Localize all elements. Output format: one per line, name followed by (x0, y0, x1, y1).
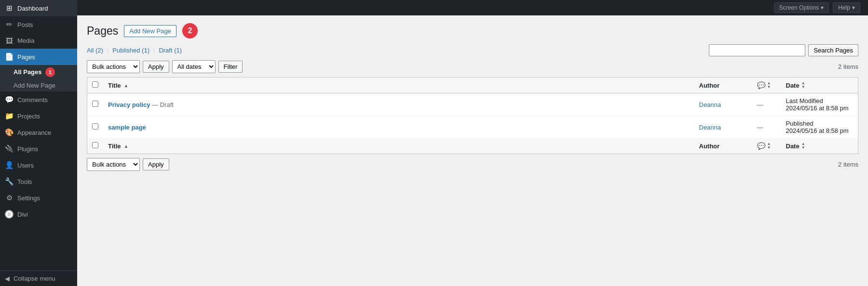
date-sort[interactable]: Date ▲▼ (786, 81, 854, 89)
table-footer-row: Title ▲ Author 💬 ▲▼ (87, 138, 858, 154)
divi-icon: D (5, 210, 14, 219)
filter-draft-label: Draft (159, 47, 172, 54)
sidebar-item-label: Comments (17, 96, 48, 104)
sidebar-item-tools[interactable]: 🔧 Tools (0, 173, 77, 190)
media-icon: 🖼 (5, 37, 14, 45)
sidebar-item-divi[interactable]: D Divi (0, 206, 77, 222)
sidebar-item-dashboard[interactable]: ⊞ Dashboard (0, 0, 77, 16)
apply-button-bottom[interactable]: Apply (143, 158, 169, 170)
top-actions-row: Bulk actions Apply All dates Filter 2 it… (87, 60, 858, 73)
filter-draft-link[interactable]: Draft (1) (159, 47, 182, 54)
sidebar-item-label: Pages (17, 53, 35, 61)
sidebar-item-comments[interactable]: 💬 Comments (0, 91, 77, 108)
screen-options-button[interactable]: Screen Options ▾ (774, 2, 829, 13)
row-date-cell: Published 2024/05/16 at 8:58 pm (781, 116, 858, 139)
sidebar-item-users[interactable]: 👤 Users (0, 157, 77, 173)
select-all-checkbox[interactable] (92, 81, 98, 88)
title-label: Title (108, 82, 121, 89)
row-checkbox-0[interactable] (92, 101, 98, 107)
search-pages-button[interactable]: Search Pages (808, 44, 858, 56)
sidebar-item-plugins[interactable]: 🔌 Plugins (0, 141, 77, 157)
filter-sep-1: | (107, 47, 108, 54)
row-title-cell: sample page (103, 116, 694, 139)
help-button[interactable]: Help ▾ (833, 2, 860, 13)
footer-title-sort[interactable]: Title ▲ (108, 143, 690, 150)
add-new-page-label: Add New Page (14, 82, 55, 89)
row-date-value-1: 2024/05/16 at 8:58 pm (786, 127, 849, 134)
sidebar-item-all-pages[interactable]: All Pages 1 (0, 65, 77, 79)
table-header-row: Title ▲ Author 💬 ▲▼ (87, 78, 858, 93)
bottom-actions-row: Bulk actions Apply 2 items (87, 158, 858, 171)
row-date-value-0: 2024/05/16 at 8:58 pm (786, 104, 849, 112)
sidebar-item-label: Media (17, 37, 34, 44)
pages-table: Title ▲ Author 💬 ▲▼ (87, 77, 858, 154)
footer-title-label: Title (108, 143, 121, 150)
divi-circle: D (5, 210, 14, 219)
row-title-link-0[interactable]: Privacy policy (108, 101, 150, 108)
collapse-icon: ◀ (5, 275, 10, 282)
filter-sep-2: | (153, 47, 155, 54)
date-filter-select[interactable]: All dates (172, 60, 216, 73)
sidebar-item-posts[interactable]: ✏ Posts (0, 16, 77, 33)
sidebar-item-label: Settings (17, 195, 40, 202)
page-header: Pages Add New Page 2 (87, 23, 858, 39)
screen-options-label: Screen Options (779, 4, 819, 11)
settings-icon: ⚙ (5, 194, 14, 202)
sidebar-item-pages[interactable]: 📄 Pages (0, 49, 77, 65)
bulk-actions-select-bottom[interactable]: Bulk actions (87, 158, 140, 171)
row-checkbox-1[interactable] (92, 123, 98, 130)
row-author-link-0[interactable]: Deanna (699, 101, 721, 108)
posts-icon: ✏ (5, 20, 14, 29)
row-checkbox-cell (87, 93, 104, 116)
footer-date-sort[interactable]: Date ▲▼ (786, 142, 854, 150)
table-row: sample page Deanna — Published 2024/05/1… (87, 116, 858, 139)
table-body: Privacy policy — Draft Deanna — Last Mod… (87, 93, 858, 139)
comments-sort-icon[interactable]: ▲▼ (767, 81, 771, 89)
title-sort[interactable]: Title ▲ (108, 82, 690, 89)
filter-all-count: (2) (95, 47, 103, 54)
row-author-link-1[interactable]: Deanna (699, 124, 721, 131)
row-date-cell: Last Modified 2024/05/16 at 8:58 pm (781, 93, 858, 116)
footer-select-all-checkbox[interactable] (92, 142, 98, 148)
sidebar-item-settings[interactable]: ⚙ Settings (0, 190, 77, 206)
footer-comments: 💬 ▲▼ (752, 138, 781, 154)
sidebar-item-label: Tools (17, 178, 32, 185)
row-title-cell: Privacy policy — Draft (103, 93, 694, 116)
sidebar-item-label: Dashboard (17, 5, 48, 12)
footer-author-label: Author (699, 143, 720, 150)
footer-comments-sort-icon[interactable]: ▲▼ (767, 142, 771, 150)
help-label: Help (838, 4, 850, 11)
sidebar-item-media[interactable]: 🖼 Media (0, 33, 77, 49)
appearance-icon: 🎨 (5, 128, 14, 137)
top-actions-left: Bulk actions Apply All dates Filter (87, 60, 243, 73)
filter-all-link[interactable]: All (2) (87, 47, 103, 54)
header-title[interactable]: Title ▲ (103, 78, 694, 93)
header-date[interactable]: Date ▲▼ (781, 78, 858, 93)
filter-published-link[interactable]: Published (1) (112, 47, 149, 54)
bottom-items-count: 2 items (838, 161, 858, 168)
comments-header-icon: 💬 (757, 81, 765, 89)
row-comments-value-1: — (757, 124, 763, 131)
row-status-0: — Draft (152, 101, 174, 108)
add-new-page-button[interactable]: Add New Page (124, 25, 176, 37)
sidebar-item-projects[interactable]: 📁 Projects (0, 108, 77, 124)
search-input[interactable] (709, 44, 805, 56)
author-label: Author (699, 82, 720, 89)
filter-links: All (2) | Published (1) | Draft (1) (87, 47, 182, 54)
footer-title-sort-icon: ▲ (124, 143, 129, 149)
sidebar-item-label: Plugins (17, 145, 38, 153)
footer-checkbox-cell (87, 138, 104, 154)
bottom-actions-left: Bulk actions Apply (87, 158, 169, 171)
collapse-menu-button[interactable]: ◀ Collapse menu (0, 271, 77, 286)
row-date-status-0: Last Modified (786, 97, 823, 104)
footer-date[interactable]: Date ▲▼ (781, 138, 858, 154)
footer-title[interactable]: Title ▲ (103, 138, 694, 154)
row-title-link-1[interactable]: sample page (108, 124, 146, 131)
bulk-actions-select-top[interactable]: Bulk actions (87, 60, 140, 73)
all-pages-label: All Pages (14, 68, 42, 76)
sidebar-item-appearance[interactable]: 🎨 Appearance (0, 124, 77, 141)
filter-button[interactable]: Filter (218, 61, 243, 73)
sidebar-item-add-new-page[interactable]: Add New Page (0, 79, 77, 91)
sidebar-item-label: Projects (17, 113, 40, 120)
apply-button-top[interactable]: Apply (143, 61, 169, 73)
